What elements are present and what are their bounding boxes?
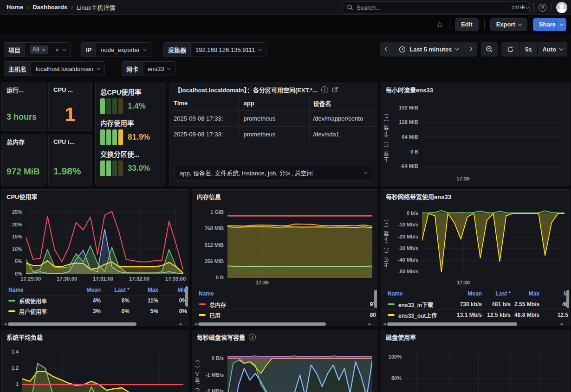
vertical-scrollbar[interactable]	[566, 289, 570, 320]
horizontal-scrollbar[interactable]: ◀▶	[194, 322, 371, 326]
x-axis-tick-label: 17:30	[256, 280, 269, 285]
legend-col[interactable]: Mean	[72, 287, 101, 293]
legend-series-name[interactable]: 系统使用率	[8, 297, 72, 305]
memory-legend: Name总内存97已用80◀▶	[192, 288, 377, 326]
breadcrumb-home[interactable]: Home	[6, 4, 23, 11]
legend-col[interactable]: Last *	[101, 287, 130, 293]
y-axis-tick-label: -2 MB/s	[199, 388, 224, 392]
dashboard-actions-bar: ☆ Edit Export Share	[0, 15, 571, 34]
memory-info-chart[interactable]: 1 GiB768 MiB512 MiB256 MiB0 B17:30	[194, 204, 376, 287]
vertical-scrollbar[interactable]	[185, 285, 188, 320]
time-range-picker[interactable]: Last 5 minutes	[394, 42, 463, 57]
info-icon[interactable]: i	[249, 334, 256, 341]
panel-title: CPU ...	[53, 86, 73, 93]
panel-title: 内存信息	[197, 192, 221, 201]
filter-tag-label: All	[32, 46, 39, 53]
clear-icon[interactable]: ×	[56, 46, 59, 53]
breadcrumb-dashboards[interactable]: Dashboards	[32, 4, 67, 11]
chart-plot-area[interactable]	[227, 206, 372, 278]
table-cell: prometheus	[240, 111, 309, 127]
time-controls: Last 5 minutes 5s Auto	[380, 42, 567, 57]
refresh-interval-picker[interactable]: Auto	[538, 42, 567, 57]
legend-col[interactable]: Max	[511, 290, 539, 297]
share-dropdown-button[interactable]	[556, 18, 566, 31]
legend-col[interactable]: Last *	[482, 290, 511, 297]
panel-cpu-iowait: CPU i... 1.98%	[48, 135, 92, 186]
filter-nic-label: 网卡	[122, 61, 143, 76]
series-color-swatch	[388, 314, 395, 316]
divider	[449, 20, 449, 29]
filter-hostname-value[interactable]: localhost.localdomain	[31, 61, 105, 76]
time-shift-back-button[interactable]	[380, 42, 394, 57]
y-axis-tick-label: 15%	[4, 234, 22, 239]
y-axis-tick-label: 0 b/s	[389, 210, 418, 216]
chart-plot-area[interactable]	[422, 101, 564, 174]
table-column-header[interactable]: app	[240, 96, 309, 111]
load-average-chart[interactable]: 1.41.210.80.6	[4, 345, 187, 392]
time-shift-forward-button[interactable]	[463, 42, 477, 57]
horizontal-scrollbar[interactable]: ◀▶	[383, 322, 564, 326]
table-column-header[interactable]: 设备名	[309, 96, 377, 111]
cpu-usage-chart[interactable]: 0%5%10%15%20%25%17:29:0017:30:0017:31:00…	[4, 204, 187, 283]
filter-collector: 采集器 192.168.126.135:9111	[163, 42, 266, 57]
close-icon[interactable]: ×	[42, 46, 45, 53]
refresh-interval-value[interactable]: 5s	[519, 42, 537, 57]
filter-ip-selected: node_exporter	[101, 46, 140, 53]
panel-title: 【localhost.localdomain】：各分区可用空间(EXT.*...	[175, 85, 318, 94]
table-cell: /dev/mapper/cento	[309, 111, 377, 127]
legend-col-name[interactable]: Name	[388, 290, 403, 297]
filter-collector-value[interactable]: 192.168.126.135:9111	[190, 42, 266, 57]
chart-plot-area[interactable]	[22, 348, 183, 392]
info-icon[interactable]: i	[321, 86, 328, 93]
legend-series-name[interactable]: ens33_out上传	[388, 311, 453, 319]
legend-series-name[interactable]: ens33_in下载	[388, 301, 453, 308]
legend-col-name[interactable]: Name	[199, 290, 214, 297]
gauge-bar-segment	[100, 98, 105, 114]
horizontal-scrollbar[interactable]: ◀▶	[4, 322, 182, 326]
legend-series-name[interactable]: 用户使用率	[8, 308, 72, 315]
legend-col[interactable]: Max	[130, 287, 158, 293]
filter-ip-value[interactable]: node_exporter	[96, 42, 151, 57]
refresh-button[interactable]	[501, 42, 519, 57]
edit-button[interactable]: Edit	[455, 18, 479, 31]
x-axis-tick-label: 17:30	[456, 176, 469, 181]
legend-col[interactable]: Mean	[453, 290, 482, 297]
filter-hostname-label: 主机名	[4, 61, 31, 76]
legend-col-name[interactable]: Name	[8, 287, 24, 293]
network-bandwidth-chart[interactable]: 0 b/s-10 Mb/s-20 Mb/s-30 Mb/s-40 Mb/s-50…	[389, 204, 568, 287]
filter-tag[interactable]: All ×	[30, 45, 48, 54]
avatar[interactable]	[556, 2, 567, 13]
export-button[interactable]: Export	[490, 18, 527, 31]
disk-usage-chart[interactable]: 100%80%60%40%	[383, 347, 568, 392]
star-icon[interactable]: ☆	[436, 19, 443, 30]
vertical-scrollbar[interactable]	[374, 289, 377, 320]
chevron-down-icon	[97, 66, 100, 70]
hourly-traffic-chart[interactable]: 192 MiB128 MiB64 MiB0 B-64 MiB17:30	[389, 98, 567, 183]
y-axis-tick-label: -10 Mb/s	[389, 222, 418, 227]
legend-series-name[interactable]: 总内存	[199, 301, 347, 308]
legend-row: ens33_out上传13.1 Mb/s12.5 kb/s48.8 Mb/s12…	[381, 309, 570, 320]
x-axis-tick-label: 17:29:00	[20, 276, 41, 282]
search-input[interactable]: Search... ctrl+k	[342, 1, 530, 13]
chart-plot-area[interactable]	[422, 206, 565, 278]
time-range-group: Last 5 minutes	[380, 42, 477, 57]
filter-project-value[interactable]: All × ×	[25, 42, 71, 57]
filter-nic-value[interactable]: ens33	[143, 61, 175, 76]
chart-plot-area[interactable]	[227, 353, 372, 392]
disk-io-chart[interactable]: 0 B/s-1 MB/s-2 MB/s-3 MB/s17:30	[199, 350, 376, 392]
legend-series-name[interactable]: 已用	[199, 311, 347, 319]
x-axis-tick-label: 17:30:00	[57, 276, 77, 282]
gauge-swap-usage: 交换分区使...33.0%	[96, 148, 166, 179]
legend-col[interactable]: Min	[158, 287, 187, 293]
zoom-out-button[interactable]	[481, 42, 498, 57]
external-link-icon[interactable]	[332, 86, 338, 93]
add-new-button[interactable]: +	[520, 3, 529, 12]
chart-plot-area[interactable]	[405, 350, 565, 392]
y-axis-tick-label: 1.2	[4, 365, 19, 371]
help-icon[interactable]: ?	[539, 4, 546, 12]
table-column-header[interactable]: Time	[170, 96, 240, 111]
table-column-selector[interactable]: app, 设备名, 文件系统, instance, job, 分区, 总空间	[175, 165, 372, 180]
legend-col[interactable]: M	[539, 290, 568, 297]
chart-plot-area[interactable]	[26, 206, 183, 274]
chevron-down-icon	[364, 170, 368, 174]
